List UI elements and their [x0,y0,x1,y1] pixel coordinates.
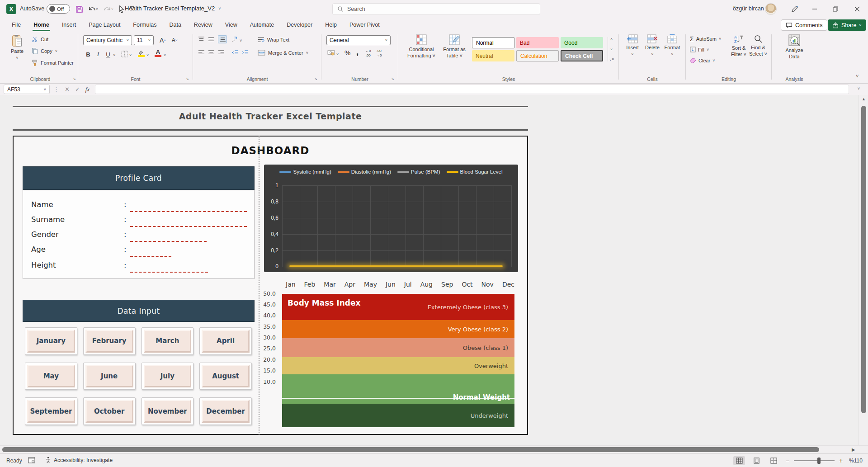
font-color-button[interactable]: A [155,49,161,57]
age-value-line[interactable] [130,256,171,257]
chevron-down-icon[interactable]: ˅ [707,47,709,52]
tab-file[interactable]: File [5,18,27,32]
scroll-up-icon[interactable]: ▲ [862,97,866,101]
tab-data[interactable]: Data [163,18,187,32]
zoom-level[interactable]: %110 [849,458,863,464]
chevron-down-icon[interactable]: ˅ [719,37,721,41]
copy-button[interactable]: Copy ˅ [32,48,57,54]
tab-view[interactable]: View [219,18,244,32]
button-october[interactable]: October [83,397,136,425]
font-family-select[interactable]: Century Gothic ˅ [83,35,132,45]
number-format-select[interactable]: General ˅ [326,35,391,45]
underline-button[interactable]: U [104,50,112,59]
chevron-down-icon[interactable]: ˅ [16,56,18,61]
accounting-dropdown-icon[interactable]: ˅ [336,52,339,57]
sort-filter-button[interactable]: AZ Sort &Filter ˅ [730,34,748,58]
page-break-view-button[interactable] [768,456,779,465]
top-align-button[interactable] [198,36,205,42]
comments-button[interactable]: Comments [781,19,827,31]
decrease-decimal-button[interactable]: .00→0 [376,49,382,57]
tab-automate[interactable]: Automate [244,18,281,32]
page-layout-view-button[interactable] [750,456,762,465]
chevron-down-icon[interactable]: ˅ [671,52,673,57]
autosave-toggle[interactable]: Off [47,4,70,14]
increase-decimal-button[interactable]: ←0.00 [365,49,371,57]
zoom-in-button[interactable]: + [839,457,843,464]
zoom-out-button[interactable]: − [786,457,789,464]
number-dialog-launcher[interactable]: ↘ [391,77,394,81]
alignment-dialog-launcher[interactable]: ↘ [314,77,317,81]
excel-app-icon[interactable]: X [6,4,16,14]
confirm-entry-icon[interactable]: ✓ [75,86,80,93]
clipboard-dialog-launcher[interactable]: ↘ [72,77,76,81]
chevron-down-icon[interactable]: ˅ [631,52,633,57]
tab-review[interactable]: Review [188,18,219,32]
scroll-right-icon[interactable]: ▶ [852,447,855,452]
clear-button[interactable]: Clear ˅ [690,58,715,63]
button-march[interactable]: March [142,327,194,355]
normal-view-button[interactable] [733,456,745,465]
tab-formulas[interactable]: Formulas [127,18,163,32]
button-february[interactable]: February [83,327,136,355]
document-title[interactable]: Health Tracker Excel Template_V2 ˅ [125,5,221,12]
button-april[interactable]: April [199,327,252,355]
horizontal-scroll-thumb[interactable] [2,447,819,452]
comma-style-button[interactable]: , [356,47,359,57]
editing-pen-button[interactable] [785,0,805,18]
worksheet[interactable]: Adult Health Tracker Excel Template DASH… [0,95,859,445]
tab-page-layout[interactable]: Page Layout [82,18,127,32]
vertical-scrollbar[interactable]: ▲ [859,95,868,445]
gallery-down-icon[interactable]: ˅ [610,47,613,52]
paste-button[interactable]: Paste ˅ [7,34,27,61]
font-dialog-launcher[interactable]: ↘ [185,77,189,81]
expand-formula-bar-icon[interactable]: ˅ [858,86,860,91]
analyze-data-button[interactable]: AnalyzeData [782,34,807,60]
tab-developer[interactable]: Developer [280,18,319,32]
format-cells-button[interactable]: Format ˅ [663,34,682,57]
percent-style-button[interactable]: % [344,49,350,57]
button-august[interactable]: August [199,363,252,390]
underline-dropdown-icon[interactable]: ˅ [113,53,115,57]
borders-dropdown-icon[interactable]: ˅ [129,53,132,57]
align-right-button[interactable] [218,50,225,56]
minimize-button[interactable] [805,0,825,18]
increase-indent-button[interactable] [241,50,248,56]
name-value-line[interactable] [130,211,247,212]
chevron-down-icon[interactable]: ˅ [651,52,653,57]
close-button[interactable] [847,0,867,18]
styles-gallery-scroll[interactable]: ˄ ˅ ⌄≡ [608,37,615,61]
restore-button[interactable] [826,0,845,18]
accounting-format-button[interactable] [327,50,335,56]
merge-center-button[interactable]: Merge & Center ˅ [258,50,308,56]
middle-align-button[interactable] [208,36,215,42]
select-pointer-button[interactable] [117,5,126,14]
chevron-down-icon[interactable]: ˅ [306,51,308,55]
accessibility-status[interactable]: Accessibility: Investigate [45,457,113,463]
orientation-dropdown-icon[interactable]: ˅ [240,38,242,43]
surname-value-line[interactable] [130,226,247,227]
button-january[interactable]: January [25,327,77,355]
cut-button[interactable]: Cut [32,36,48,42]
insert-cells-button[interactable]: Insert ˅ [623,34,642,57]
find-select-button[interactable]: Find &Select ˅ [749,34,768,57]
button-june[interactable]: June [83,363,136,390]
cancel-entry-icon[interactable]: ✕ [65,86,70,93]
autosum-button[interactable]: Σ AutoSum ˅ [690,35,721,42]
gender-value-line[interactable] [130,241,207,242]
align-left-button[interactable] [198,50,205,56]
tab-help[interactable]: Help [319,18,343,32]
macro-record-button[interactable] [28,457,35,463]
avatar[interactable] [765,3,777,15]
tab-home[interactable]: Home [27,18,56,32]
name-box[interactable]: AF53 ˅ [4,85,50,94]
insert-function-button[interactable]: fx [85,86,90,93]
bmi-chart[interactable]: Exteremely Obese (class 3) Very Obese (c… [282,294,514,427]
format-painter-button[interactable]: Format Painter [32,60,74,66]
button-may[interactable]: May [25,363,77,390]
font-color-dropdown-icon[interactable]: ˅ [164,53,166,57]
chevron-down-icon[interactable]: ˅ [712,58,715,63]
chevron-down-icon[interactable]: ˅ [859,23,861,28]
save-button[interactable] [74,5,84,14]
style-neutral[interactable]: Neutral [472,50,514,61]
button-september[interactable]: September [25,397,77,425]
